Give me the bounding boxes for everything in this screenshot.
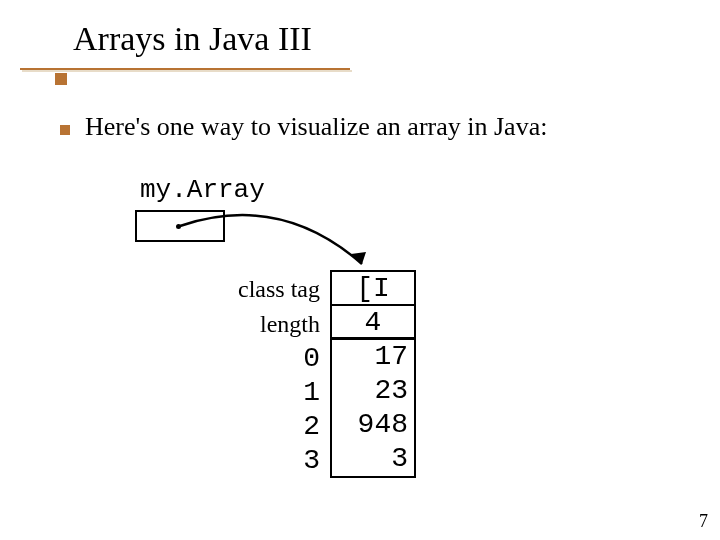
- title-bullet-icon: [55, 73, 67, 85]
- length-label: length: [200, 311, 320, 338]
- variable-label: my.Array: [140, 175, 265, 205]
- page-number: 7: [699, 511, 708, 532]
- index-3: 3: [280, 445, 320, 476]
- class-tag-label: class tag: [200, 276, 320, 303]
- length-value: 4: [332, 306, 414, 340]
- index-1: 1: [280, 377, 320, 408]
- array-cell-2: 948: [332, 408, 414, 442]
- index-2: 2: [280, 411, 320, 442]
- slide-title: Arrays in Java III: [73, 20, 312, 57]
- title-underline-shadow: [22, 70, 352, 72]
- title-underline: [20, 68, 350, 70]
- body-text: Here's one way to visualize an array in …: [85, 112, 547, 142]
- body-bullet-icon: [60, 125, 70, 135]
- slide-title-area: Arrays in Java III: [55, 20, 312, 58]
- array-table: [I 4 17 23 948 3: [330, 270, 416, 478]
- array-cell-3: 3: [332, 442, 414, 476]
- array-cell-0: 17: [332, 340, 414, 374]
- class-tag-value: [I: [332, 272, 414, 306]
- array-cell-1: 23: [332, 374, 414, 408]
- index-0: 0: [280, 343, 320, 374]
